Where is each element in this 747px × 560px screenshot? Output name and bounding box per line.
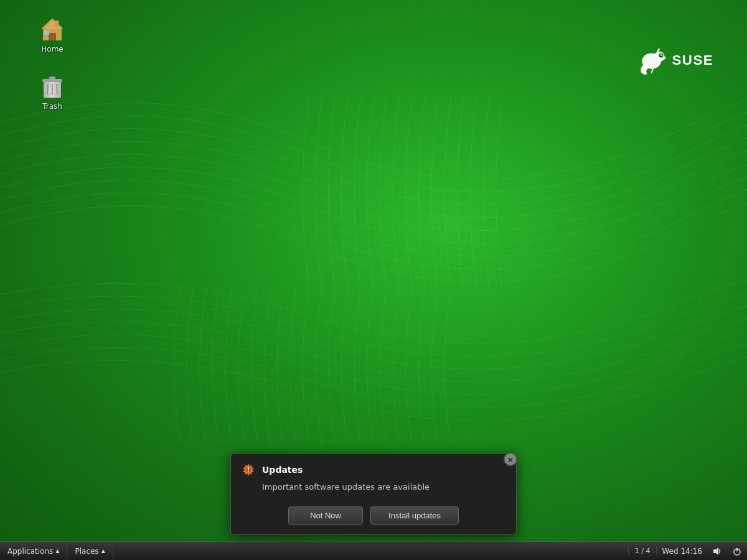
install-updates-button[interactable]: Install updates [370,506,459,525]
update-popup: Updates × Important software updates are… [230,453,517,535]
places-label: Places [75,547,98,556]
svg-marker-24 [713,548,718,555]
trash-icon-label: Trash [42,102,62,112]
svg-rect-3 [49,33,56,40]
svg-point-17 [662,54,663,55]
power-icon[interactable] [727,542,747,560]
svg-line-10 [47,84,48,95]
taskbar-left: Applications ▲ Places ▲ [0,542,113,560]
trash-icon[interactable]: Trash [27,68,77,114]
home-icon[interactable]: Home [27,11,77,57]
svg-rect-5 [55,21,59,27]
places-menu-button[interactable]: Places ▲ [67,542,113,560]
home-icon-image [37,14,67,44]
svg-rect-9 [49,77,55,80]
taskbar-right: 1 / 4 Wed 14:16 [628,542,747,560]
svg-text:SUSE: SUSE [672,52,714,68]
updates-icon [241,462,256,477]
popup-header: Updates × [231,454,516,482]
desktop: Home [0,0,747,560]
taskbar: Applications ▲ Places ▲ 1 / 4 Wed 14:16 [0,541,747,560]
datetime-display: Wed 14:16 [657,542,707,560]
volume-icon[interactable] [707,542,727,560]
places-arrow-icon: ▲ [101,548,105,554]
home-icon-label: Home [41,45,63,55]
svg-marker-2 [42,19,62,29]
workspace-pager[interactable]: 1 / 4 [628,547,657,555]
applications-menu-button[interactable]: Applications ▲ [0,542,67,560]
svg-point-23 [248,471,249,472]
svg-rect-22 [248,467,249,470]
popup-message: Important software updates are available [231,482,516,500]
not-now-button[interactable]: Not Now [288,506,363,525]
suse-logo: SUSE [635,42,722,80]
applications-arrow-icon: ▲ [55,548,59,554]
popup-buttons: Not Now Install updates [231,500,516,534]
trash-icon-image [37,71,67,101]
applications-label: Applications [7,547,53,556]
popup-title: Updates [262,465,303,475]
svg-line-12 [57,84,57,95]
svg-rect-4 [44,30,49,35]
popup-close-button[interactable]: × [504,453,517,466]
